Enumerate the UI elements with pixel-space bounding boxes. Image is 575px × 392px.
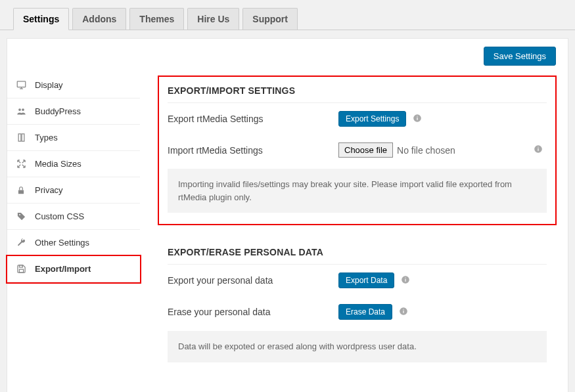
svg-rect-6 — [22, 134, 24, 141]
svg-rect-21 — [403, 310, 403, 313]
svg-point-4 — [22, 108, 24, 111]
erase-personal-label: Erase your personal data — [168, 307, 338, 317]
info-icon[interactable] — [401, 275, 410, 286]
sidebar-item-label: Types — [35, 133, 58, 142]
sidebar-item-label: Custom CSS — [35, 211, 84, 221]
svg-rect-5 — [18, 134, 21, 141]
svg-point-22 — [403, 309, 403, 309]
export-data-button[interactable]: Export Data — [338, 272, 394, 288]
svg-point-16 — [538, 146, 538, 147]
panel-title: EXPORT/ERASE PERSONAL DATA — [168, 247, 547, 265]
sidebar-item-types[interactable]: Types — [7, 125, 140, 151]
svg-rect-9 — [19, 269, 23, 272]
sidebar-item-label: Display — [35, 80, 63, 90]
lock-icon — [16, 186, 28, 195]
tab-addons[interactable]: Addons — [72, 8, 126, 30]
tab-hire-us[interactable]: Hire Us — [187, 8, 239, 30]
svg-point-3 — [18, 108, 21, 111]
tab-support[interactable]: Support — [242, 8, 298, 30]
choose-file-button[interactable]: Choose file — [338, 142, 393, 158]
sidebar-item-label: Privacy — [35, 185, 63, 195]
svg-point-8 — [19, 214, 20, 215]
sidebar-item-label: Other Settings — [35, 238, 89, 248]
expand-icon — [16, 159, 28, 169]
sidebar-item-label: Media Sizes — [35, 159, 81, 169]
export-settings-label: Export rtMedia Settings — [168, 114, 338, 124]
sidebar-item-privacy[interactable]: Privacy — [7, 177, 140, 204]
sidebar-item-custom-css[interactable]: Custom CSS — [7, 204, 140, 230]
save-icon — [16, 264, 28, 274]
info-icon[interactable] — [413, 114, 422, 125]
svg-point-19 — [405, 277, 406, 278]
svg-rect-0 — [17, 81, 26, 87]
import-settings-label: Import rtMedia Settings — [168, 145, 338, 156]
erase-data-button[interactable]: Erase Data — [338, 304, 392, 320]
export-import-settings-panel: EXPORT/IMPORT SETTINGS Export rtMedia Se… — [158, 76, 556, 225]
svg-rect-7 — [18, 190, 24, 194]
settings-sidebar: Display BuddyPress Types — [7, 72, 140, 387]
tab-settings[interactable]: Settings — [13, 8, 69, 30]
sidebar-item-export-import[interactable]: Export/Import — [7, 256, 140, 282]
svg-rect-18 — [405, 278, 406, 281]
sidebar-item-other-settings[interactable]: Other Settings — [7, 230, 140, 256]
sidebar-item-buddypress[interactable]: BuddyPress — [7, 98, 140, 125]
info-icon[interactable] — [534, 144, 547, 156]
types-icon — [16, 133, 28, 142]
info-icon[interactable] — [399, 307, 408, 318]
file-status: No file chosen — [397, 145, 455, 156]
svg-rect-12 — [417, 117, 418, 120]
personal-data-panel: EXPORT/ERASE PERSONAL DATA Export your p… — [158, 238, 556, 374]
tag-icon — [16, 211, 28, 221]
sidebar-item-label: Export/Import — [35, 264, 91, 274]
save-settings-button-top[interactable]: Save Settings — [484, 47, 556, 66]
nav-tabs: Settings Addons Themes Hire Us Support — [0, 0, 575, 30]
export-settings-button[interactable]: Export Settings — [338, 111, 406, 127]
svg-rect-10 — [19, 265, 22, 267]
panel-title: EXPORT/IMPORT SETTINGS — [168, 85, 547, 103]
tab-themes[interactable]: Themes — [129, 8, 184, 30]
sidebar-item-display[interactable]: Display — [7, 72, 140, 98]
sidebar-item-media-sizes[interactable]: Media Sizes — [7, 151, 140, 177]
group-icon — [16, 106, 28, 116]
sidebar-item-label: BuddyPress — [35, 106, 81, 116]
personal-data-notice: Data will be expoted or erased along wit… — [168, 331, 547, 362]
svg-point-13 — [417, 116, 418, 116]
wrench-icon — [16, 238, 28, 248]
export-personal-label: Export your personal data — [168, 275, 338, 286]
display-icon — [16, 80, 28, 90]
svg-rect-15 — [538, 148, 538, 151]
import-warning-notice: Importing invalid files/settings may bre… — [168, 169, 547, 213]
